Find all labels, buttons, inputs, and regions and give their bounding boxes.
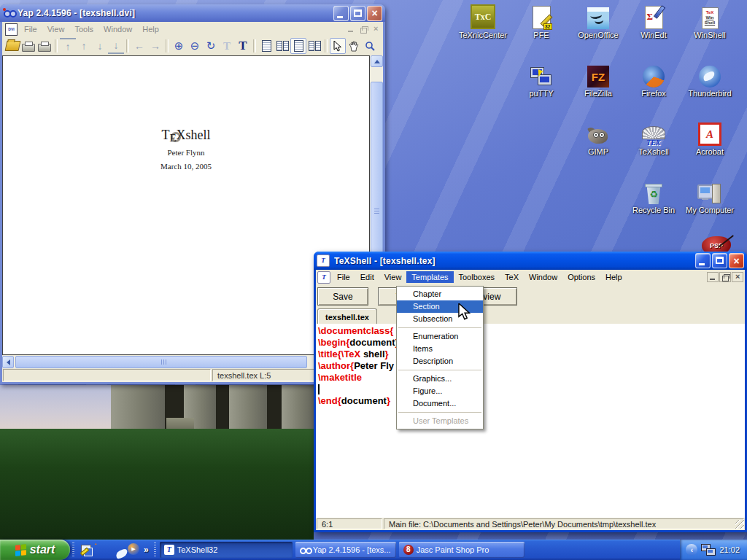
texshell-toolbar: Save TeX Preview — [316, 285, 745, 306]
yap-maximize-button[interactable] — [350, 6, 365, 21]
horizontal-scroll-thumb[interactable] — [15, 356, 307, 368]
continuous-facing-view-icon[interactable] — [306, 38, 322, 54]
forward-icon[interactable]: → — [147, 38, 163, 54]
yap-menu-file[interactable]: File — [19, 23, 42, 35]
mdi-minimize-icon[interactable] — [345, 24, 357, 34]
taskbar-button-yap[interactable]: Yap 2.4.1596 - [texs... — [295, 542, 396, 558]
menu-item-enumeration[interactable]: Enumeration — [397, 330, 483, 343]
pan-tool-icon[interactable] — [346, 38, 362, 54]
yap-minimize-button[interactable] — [333, 6, 349, 21]
menu-item-chapter[interactable]: Chapter — [397, 288, 483, 300]
taskband-handle[interactable] — [154, 542, 156, 557]
desktop-icon-texshell[interactable]: TEX TeXshell — [626, 120, 681, 156]
tab-texshell-tex[interactable]: texshell.tex — [317, 308, 377, 324]
yap-menu-tools[interactable]: Tools — [69, 23, 98, 35]
desktop-icon-paint-shop-pro-partial[interactable]: PSP — [694, 235, 738, 252]
quick-launch-handle[interactable] — [72, 542, 74, 557]
menu-item-document[interactable]: Document... — [397, 397, 483, 410]
desktop-icon-recycle-bin[interactable]: ♻ Recycle Bin — [626, 178, 681, 214]
desktop-icon-openoffice[interactable]: OpenOffice — [570, 3, 626, 39]
single-page-view-icon[interactable] — [258, 38, 274, 54]
menu-view[interactable]: View — [379, 271, 407, 283]
code-line: \documentclass{ — [318, 325, 393, 336]
tray-collapse-chevron-icon[interactable]: ‹ — [686, 544, 697, 556]
show-desktop-icon[interactable] — [80, 543, 93, 556]
menu-file[interactable]: File — [332, 271, 355, 283]
resize-grip[interactable] — [735, 520, 744, 529]
menu-item-user-templates[interactable]: User Templates — [397, 415, 483, 427]
fallen-stone — [166, 418, 194, 429]
yap-menu-window[interactable]: Window — [98, 23, 137, 35]
menu-edit[interactable]: Edit — [355, 271, 379, 283]
ruler-tool-icon[interactable]: T — [219, 38, 235, 54]
texshell-icon: TEX — [626, 120, 681, 146]
mdi-minimize-icon[interactable] — [707, 272, 719, 282]
mdi-restore-icon[interactable] — [357, 24, 369, 34]
menu-templates[interactable]: Templates — [406, 271, 453, 283]
desktop-icon-putty[interactable]: puTTY — [514, 61, 569, 98]
scroll-up-icon[interactable] — [371, 55, 383, 67]
continuous-view-icon[interactable] — [290, 38, 306, 54]
start-button[interactable]: start — [0, 540, 70, 560]
last-page-icon[interactable]: ↓ — [108, 38, 124, 54]
text-tool-icon[interactable]: T — [235, 38, 251, 54]
menu-tex[interactable]: TeX — [500, 271, 524, 283]
texshell-titlebar[interactable]: T TeXShell - [texshell.tex] × — [314, 252, 747, 270]
open-file-icon[interactable] — [4, 38, 20, 54]
save-button[interactable]: Save — [317, 287, 368, 306]
yap-menu-help[interactable]: Help — [137, 23, 164, 35]
next-page-icon[interactable]: ↓ — [92, 38, 108, 54]
quick-launch-bar: ▶ » — [77, 543, 152, 556]
menu-help[interactable]: Help — [600, 271, 627, 283]
icon-label: Acrobat — [682, 147, 738, 156]
back-icon[interactable]: ← — [131, 38, 147, 54]
desktop-icon-thunderbird[interactable]: Thunderbird — [682, 61, 738, 98]
desktop-icon-firefox[interactable]: Firefox — [626, 61, 681, 98]
desktop-icon-acrobat[interactable]: A Acrobat — [682, 120, 738, 156]
menu-item-description[interactable]: Description — [397, 355, 483, 368]
desktop-icon-texniccenter[interactable]: TxC TeXnicCenter — [455, 3, 511, 39]
menu-item-items[interactable]: Items — [397, 343, 483, 355]
print-range-icon[interactable] — [36, 38, 53, 54]
yap-close-button[interactable]: × — [367, 6, 382, 21]
menu-item-figure[interactable]: Figure... — [397, 385, 483, 397]
menu-window[interactable]: Window — [524, 271, 562, 283]
magnifier-tool-icon[interactable] — [362, 38, 378, 54]
firefox-quicklaunch-icon[interactable] — [96, 543, 109, 556]
redraw-icon[interactable]: ↻ — [203, 38, 219, 54]
taskbar-button-texshell[interactable]: T TeXShell32 — [160, 542, 293, 558]
thunderbird-quicklaunch-icon[interactable] — [112, 543, 125, 556]
desktop-icon-winshell[interactable]: TeX Win Shell WinShell — [682, 3, 738, 39]
texshell-maximize-button[interactable] — [712, 253, 727, 268]
yap-titlebar[interactable]: Yap 2.4.1596 - [texshell.dvi] × — [0, 4, 385, 22]
texshell-close-button[interactable]: × — [729, 253, 744, 268]
taskbar-clock[interactable]: 21:02 — [719, 545, 740, 554]
zoom-out-icon[interactable]: ⊖ — [187, 38, 203, 54]
print-icon[interactable] — [20, 38, 36, 54]
zoom-in-icon[interactable]: ⊕ — [171, 38, 187, 54]
mdi-close-icon[interactable] — [370, 24, 382, 34]
code-editor[interactable]: \documentclass{ \begin{document} \title{… — [316, 324, 745, 518]
desktop-icon-winedt[interactable]: Σ WinEdt — [626, 3, 681, 39]
icon-label: OpenOffice — [570, 31, 626, 39]
first-page-icon[interactable]: ↑ — [60, 38, 76, 54]
taskbar-button-paint-shop-pro[interactable]: 8 Jasc Paint Shop Pro — [399, 542, 525, 558]
scroll-left-icon[interactable] — [2, 356, 14, 368]
desktop-icon-pfe[interactable]: 32 PFE — [514, 3, 569, 39]
network-status-icon[interactable] — [701, 544, 716, 556]
mdi-restore-icon[interactable] — [719, 272, 731, 282]
desktop-icon-gimp[interactable]: GIMP — [570, 120, 626, 156]
menu-item-graphics[interactable]: Graphics... — [397, 373, 483, 385]
texshell-minimize-button[interactable] — [695, 253, 711, 268]
select-tool-icon[interactable] — [330, 38, 346, 54]
previous-page-icon[interactable]: ↑ — [76, 38, 92, 54]
menu-toolboxes[interactable]: Toolboxes — [454, 271, 500, 283]
mdi-close-icon[interactable] — [732, 272, 743, 282]
media-player-quicklaunch-icon[interactable]: ▶ — [128, 543, 141, 556]
facing-pages-view-icon[interactable] — [274, 38, 290, 54]
menu-options[interactable]: Options — [562, 271, 600, 283]
quick-launch-overflow-chevron[interactable]: » — [144, 545, 149, 555]
desktop-icon-my-computer[interactable]: My Computer — [682, 178, 738, 214]
yap-menu-view[interactable]: View — [42, 23, 70, 35]
desktop-icon-filezilla[interactable]: FZ FileZilla — [570, 61, 626, 98]
